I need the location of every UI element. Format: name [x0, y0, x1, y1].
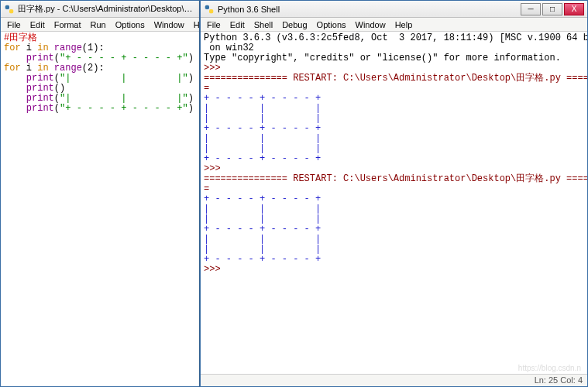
shell-statusbar: Ln: 25 Col: 4 — [201, 374, 587, 386]
svg-rect-2 — [205, 5, 209, 9]
minimize-button[interactable]: ─ — [521, 3, 541, 15]
close-button[interactable]: X — [564, 3, 584, 15]
menu-window[interactable]: Window — [150, 19, 189, 31]
menu-shell[interactable]: Shell — [249, 19, 277, 31]
editor-content[interactable]: #田字格for i in range(1): print("+ - - - - … — [1, 32, 199, 115]
maximize-button[interactable]: □ — [542, 3, 562, 15]
window-buttons: ─ □ X — [519, 3, 584, 15]
editor-title: 田字格.py - C:\Users\Administrator\Desktop\… — [18, 3, 196, 15]
svg-rect-3 — [209, 9, 213, 13]
menu-run[interactable]: Run — [86, 19, 111, 31]
python-icon — [4, 4, 15, 15]
menu-help[interactable]: Help — [390, 19, 418, 31]
menu-edit[interactable]: Edit — [225, 19, 249, 31]
svg-rect-0 — [5, 5, 9, 9]
python-icon — [204, 4, 215, 15]
menu-window[interactable]: Window — [351, 19, 390, 31]
shell-menubar: File Edit Shell Debug Options Window Hel… — [201, 18, 587, 32]
editor-titlebar[interactable]: 田字格.py - C:\Users\Administrator\Desktop\… — [1, 1, 199, 18]
watermark: https://blog.csdn.n — [518, 364, 581, 372]
menu-file[interactable]: File — [202, 19, 225, 31]
menu-options[interactable]: Options — [312, 19, 351, 31]
menu-format[interactable]: Format — [50, 19, 86, 31]
menu-options[interactable]: Options — [111, 19, 150, 31]
menu-debug[interactable]: Debug — [277, 19, 311, 31]
menu-file[interactable]: File — [2, 19, 26, 31]
menu-edit[interactable]: Edit — [26, 19, 50, 31]
shell-window: Python 3.6 Shell ─ □ X File Edit Shell D… — [200, 0, 588, 387]
cursor-position: Ln: 25 Col: 4 — [535, 375, 583, 385]
shell-titlebar[interactable]: Python 3.6 Shell ─ □ X — [201, 1, 587, 18]
svg-rect-1 — [9, 9, 13, 13]
shell-content[interactable]: Python 3.6.3 (v3.6.3:2c5fed8, Oct 3 2017… — [201, 32, 587, 375]
shell-title: Python 3.6 Shell — [218, 5, 519, 14]
editor-menubar: File Edit Format Run Options Window He — [1, 18, 199, 32]
editor-window: 田字格.py - C:\Users\Administrator\Desktop\… — [0, 0, 200, 387]
